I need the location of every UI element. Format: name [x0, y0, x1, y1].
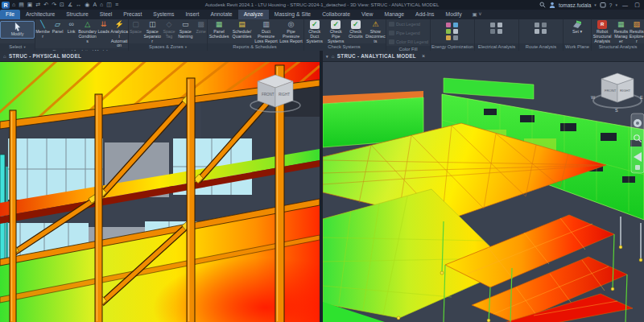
- physical-view-title-bar[interactable]: ⌂ STRUC - PHYSICAL MODEL: [0, 51, 320, 62]
- panel-label-structural-analytical-model[interactable]: Structural Analytical Model▾: [35, 48, 128, 51]
- physical-model-canvas[interactable]: FRONT RIGHT: [0, 62, 320, 322]
- tab-manage[interactable]: Manage: [379, 10, 411, 19]
- results-explorer-button[interactable]: ▧ Results Explorer: [630, 20, 644, 43]
- energy-tool-icon[interactable]: [446, 29, 451, 34]
- analytical-model-canvas[interactable]: FRONT RIGHT W S E: [323, 62, 644, 322]
- restore-button[interactable]: ▢: [633, 2, 642, 8]
- thin-lines-icon[interactable]: ≡: [115, 1, 118, 9]
- link-button[interactable]: ∞ Link: [65, 20, 77, 35]
- tab-structure[interactable]: Structure: [60, 10, 94, 19]
- home-icon[interactable]: ⌂: [12, 1, 15, 9]
- username[interactable]: tomasz.fudala: [559, 2, 591, 8]
- energy-tool-icon[interactable]: [446, 35, 451, 40]
- print-icon[interactable]: ⊡: [60, 1, 64, 9]
- section-icon[interactable]: ◫: [106, 1, 112, 9]
- panel-spaces-zones: ▢ Space ◫ Space Separator ◇ Space Tag ▭ …: [129, 19, 208, 51]
- schedule-quantities-icon: ▤: [237, 20, 247, 29]
- tab-systems[interactable]: Systems: [147, 10, 180, 19]
- loads-button[interactable]: ⇊ Loads: [97, 20, 109, 35]
- space-naming-button[interactable]: ▭ Space Naming: [176, 20, 194, 39]
- undo-icon[interactable]: ↶: [43, 1, 48, 9]
- electrical-tool-icon[interactable]: [490, 23, 495, 27]
- pipe-pressure-loss-report-button[interactable]: ◎ Pipe Pressure Loss Report: [279, 20, 303, 43]
- tab-steel[interactable]: Steel: [94, 10, 118, 19]
- user-avatar-icon[interactable]: [549, 2, 555, 8]
- color-fill-legend-icon: [389, 39, 394, 44]
- electrical-tool-icon[interactable]: [490, 29, 495, 34]
- panel-button[interactable]: ▱ Panel: [51, 20, 64, 35]
- panel-select: Modify Select▾: [0, 19, 35, 51]
- route-tool-icon[interactable]: [542, 23, 547, 27]
- close-view-button[interactable]: ×: [422, 53, 425, 59]
- app-store-icon[interactable]: [600, 2, 606, 8]
- pipe-legend-button: Pipe Legend: [389, 30, 420, 36]
- space-naming-icon: ▭: [180, 20, 190, 29]
- tab-architecture[interactable]: Architecture: [20, 10, 60, 19]
- revit-logo-icon[interactable]: R: [2, 2, 10, 9]
- panel-label-electrical-analysis: Electrical Analysis: [475, 43, 518, 51]
- help-icon[interactable]: ?: [609, 2, 613, 8]
- electrical-tool-icon[interactable]: [497, 29, 502, 34]
- panel-label-select[interactable]: Select▾: [0, 43, 35, 51]
- space-separator-button[interactable]: ◫ Space Separator: [143, 20, 162, 43]
- tab-analyze[interactable]: Analyze: [238, 10, 269, 19]
- tab-addins[interactable]: Add-Ins: [410, 10, 440, 19]
- member-button[interactable]: ╲ Member: [35, 20, 50, 39]
- redo-icon[interactable]: ↷: [52, 1, 56, 9]
- route-tool-icon[interactable]: [542, 29, 547, 34]
- boundary-conditions-button[interactable]: △ Boundary Conditions: [78, 20, 97, 43]
- tab-annotate[interactable]: Annotate: [204, 10, 237, 19]
- energy-tool-icon[interactable]: [446, 23, 451, 27]
- panel-label-check-systems[interactable]: Check Systems: [304, 43, 386, 51]
- svg-text:W: W: [591, 95, 596, 100]
- tag-icon[interactable]: ◉: [85, 1, 89, 9]
- default-3d-view-icon[interactable]: ⌂: [100, 1, 103, 9]
- route-tool-icon[interactable]: [535, 29, 539, 34]
- tab-file[interactable]: File: [0, 10, 20, 19]
- set-work-plane-button[interactable]: Set ▾: [568, 20, 587, 35]
- analytical-view-title-bar[interactable]: ▾ ⌂ STRUC - ANALYTICAL MODEL ×: [323, 51, 644, 62]
- tab-precast[interactable]: Precast: [118, 10, 147, 19]
- panel-schedules-button[interactable]: ▦ Panel Schedules: [208, 20, 230, 39]
- check-duct-systems-button[interactable]: ✓ Check Duct Systems: [304, 20, 324, 43]
- duct-pressure-loss-report-button[interactable]: ▥ Duct Pressure Loss Report: [254, 20, 279, 43]
- panel-label-spaces-zones[interactable]: Spaces & Zones▾: [129, 43, 207, 51]
- dimension-icon[interactable]: ↔: [76, 1, 81, 9]
- steering-wheel-icon[interactable]: [634, 119, 642, 127]
- panel-label-color-fill: Color Fill: [386, 46, 430, 51]
- minimize-button[interactable]: —: [621, 2, 630, 8]
- electrical-tool-icon[interactable]: [497, 23, 502, 27]
- user-menu-caret-icon[interactable]: ▾: [594, 2, 597, 7]
- results-manager-button[interactable]: ▦ Results Manager: [613, 20, 628, 43]
- help-menu-caret-icon[interactable]: ▾: [615, 2, 617, 7]
- text-icon[interactable]: A: [93, 1, 97, 9]
- panel-color-fill: Duct Legend Pipe Legend Color Fill Legen…: [386, 19, 431, 51]
- show-disconnects-button[interactable]: ⚠ Show Disconnects: [365, 20, 386, 43]
- tab-collaborate[interactable]: Collaborate: [316, 10, 356, 19]
- save-icon[interactable]: ▣: [27, 1, 33, 9]
- check-pipe-systems-button[interactable]: ✓ Check Pipe Systems: [325, 20, 345, 43]
- zone-icon: ▩: [196, 20, 206, 29]
- route-tool-icon[interactable]: [535, 23, 539, 27]
- search-icon[interactable]: [539, 2, 546, 8]
- measure-icon[interactable]: ∡: [68, 1, 72, 9]
- view-tab-caret-icon[interactable]: ▾: [326, 54, 328, 59]
- modify-button[interactable]: Modify: [0, 21, 35, 39]
- schedule-quantities-button[interactable]: ▤ Schedule/ Quantities: [231, 20, 254, 39]
- tab-insert[interactable]: Insert: [180, 10, 204, 19]
- tab-modify[interactable]: Modify: [440, 10, 468, 19]
- tab-massing-site[interactable]: Massing & Site: [269, 10, 316, 19]
- analytical-automation-button[interactable]: ⚡ Analytical Automation: [110, 20, 128, 48]
- open-icon[interactable]: ▤: [19, 1, 24, 9]
- panel-label-reports-schedules[interactable]: Reports & Schedules: [208, 43, 303, 51]
- panel-schedules-icon: ▦: [214, 20, 224, 29]
- capture-icon[interactable]: ▣ ˅: [473, 10, 482, 19]
- energy-tool-icon[interactable]: [453, 23, 458, 27]
- tab-view[interactable]: View: [356, 10, 379, 19]
- energy-tool-icon[interactable]: [453, 35, 458, 40]
- robot-structural-analysis-button[interactable]: R Robot Structural Analysis: [592, 20, 613, 43]
- check-circuits-button[interactable]: ✓ Check Circuits: [347, 20, 365, 39]
- energy-tool-icon[interactable]: [453, 29, 458, 34]
- pan-icon[interactable]: [635, 165, 640, 170]
- sync-icon[interactable]: ⇄: [35, 1, 40, 9]
